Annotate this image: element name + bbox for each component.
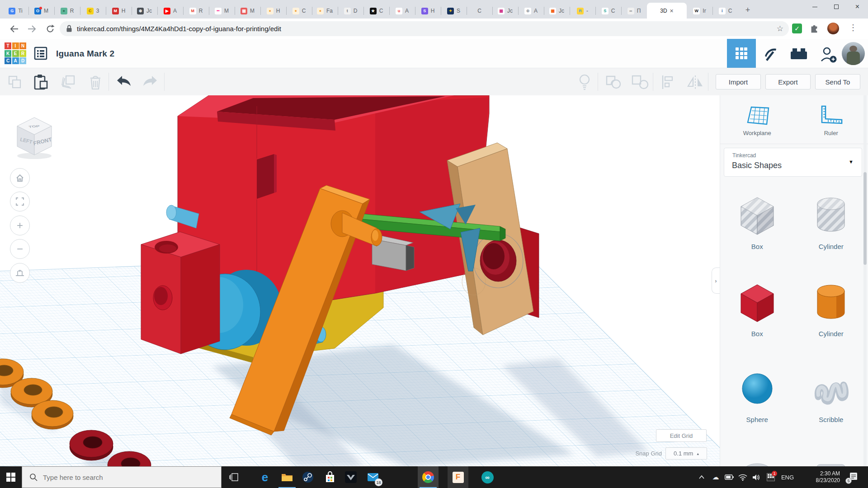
extensions-puzzle-icon[interactable] [809, 23, 819, 35]
browser-tab[interactable]: ★C [363, 3, 389, 19]
show-all-icon[interactable] [578, 74, 591, 93]
group-icon[interactable] [605, 75, 623, 92]
shape-partial[interactable] [794, 451, 868, 466]
copy-icon[interactable] [7, 75, 23, 92]
browser-tab-active[interactable]: 3D× [647, 3, 687, 19]
browser-tab[interactable]: ••M [209, 3, 235, 19]
delete-icon[interactable] [88, 74, 103, 93]
close-button[interactable]: × [847, 0, 868, 14]
ungroup-icon[interactable] [631, 75, 649, 92]
shape-box-hole[interactable]: Box [720, 192, 794, 250]
duplicate-icon[interactable] [60, 74, 77, 92]
browser-tab[interactable]: R- [570, 3, 595, 19]
shape-cylinder-solid[interactable]: Cylinder [794, 279, 868, 338]
fusion360-icon[interactable]: F [448, 466, 468, 488]
back-button[interactable] [6, 21, 22, 37]
tinkercad-logo[interactable]: TINKERCAD [5, 42, 26, 64]
browser-tab[interactable]: ▤M [235, 3, 260, 19]
predator-sense-icon[interactable] [340, 466, 361, 488]
browser-tab[interactable]: ∞Π [621, 3, 647, 19]
browser-tab[interactable]: ●C [286, 3, 312, 19]
fit-view-button[interactable] [10, 192, 30, 211]
design-properties-icon[interactable] [33, 46, 48, 62]
minimize-button[interactable] [804, 0, 826, 14]
battery-icon[interactable] [723, 466, 735, 488]
home-view-button[interactable] [10, 168, 30, 188]
mail-icon[interactable]: 18 [363, 466, 383, 488]
taskbar-clock[interactable]: 2:30 AM 8/23/2020 [816, 466, 840, 488]
browser-tab[interactable]: WIr [687, 3, 712, 19]
browser-tab[interactable]: ●Fa [312, 3, 338, 19]
panel-scrollbar-track[interactable] [863, 95, 867, 466]
browser-tab[interactable]: SC [595, 3, 621, 19]
adblock-extension-icon[interactable]: ✓ [792, 23, 802, 33]
hidden-icons-chevron[interactable] [696, 466, 707, 488]
steam-icon[interactable] [297, 466, 318, 488]
microsoft-store-icon[interactable] [320, 466, 340, 488]
forward-button[interactable] [24, 21, 40, 37]
send-to-button[interactable]: Send To [815, 74, 860, 89]
reload-button[interactable] [42, 21, 58, 37]
align-icon[interactable] [660, 75, 675, 92]
tab-close-icon[interactable]: × [670, 8, 674, 14]
paste-icon[interactable] [33, 74, 49, 93]
notification-center-icon[interactable]: 5 [845, 466, 862, 488]
tray-app-icon[interactable]: 1 [765, 466, 777, 488]
shape-library-dropdown[interactable]: Tinkercad Basic Shapes ▼ [724, 148, 862, 177]
task-view-button[interactable] [224, 466, 245, 488]
browser-profile-avatar[interactable] [827, 23, 839, 34]
browser-tab[interactable]: MH [106, 3, 132, 19]
3d-scene[interactable] [0, 95, 720, 466]
browser-tab[interactable]: C3 [80, 3, 106, 19]
shape-cylinder-hole[interactable]: Cylinder [794, 192, 868, 250]
start-button[interactable] [0, 466, 22, 488]
language-indicator[interactable]: ENG [778, 466, 797, 488]
model-red-cube[interactable] [141, 232, 220, 354]
lego-brick-icon[interactable] [789, 47, 808, 62]
edit-grid-button[interactable]: Edit Grid [656, 429, 707, 442]
file-explorer-icon[interactable] [277, 466, 297, 488]
shape-sphere[interactable]: Sphere [720, 365, 794, 423]
perspective-toggle-button[interactable] [10, 263, 30, 283]
panel-collapse-handle[interactable]: › [712, 267, 720, 294]
browser-tab[interactable]: ⊕A [518, 3, 544, 19]
panel-scrollbar-thumb[interactable] [863, 172, 867, 265]
edge-icon[interactable]: e [255, 466, 275, 488]
chrome-icon[interactable] [418, 466, 439, 488]
3d-viewport[interactable]: TOP LEFT FRONT + − Edit Grid Snap Grid 0 [0, 95, 720, 466]
browser-tab[interactable]: uA [389, 3, 415, 19]
browser-tab[interactable]: tD [338, 3, 363, 19]
zoom-in-button[interactable]: + [10, 216, 30, 235]
shape-box-solid[interactable]: Box [720, 279, 794, 338]
blocks-view-button[interactable] [727, 39, 756, 68]
add-user-icon[interactable] [819, 45, 837, 65]
import-button[interactable]: Import [716, 74, 761, 89]
browser-tab[interactable]: C [467, 3, 492, 19]
browser-tab[interactable]: OM [28, 3, 54, 19]
zoom-out-button[interactable]: − [10, 239, 30, 259]
design-title[interactable]: Iguana Mark 2 [56, 39, 114, 68]
arduino-icon[interactable]: ∞ [477, 466, 498, 488]
search-input[interactable] [43, 474, 192, 481]
browser-tab[interactable]: ▶A [157, 3, 183, 19]
view-cube[interactable]: TOP LEFT FRONT [11, 112, 58, 162]
workplane-tool[interactable]: Workplane [720, 104, 794, 136]
volume-icon[interactable] [750, 466, 762, 488]
onedrive-cloud-icon[interactable]: ☁ [710, 466, 722, 488]
browser-tab[interactable]: ●H [260, 3, 286, 19]
snap-grid-dropdown[interactable]: 0.1 mm ▴ [665, 447, 707, 460]
shape-partial[interactable] [720, 451, 794, 466]
export-button[interactable]: Export [765, 74, 811, 89]
user-avatar[interactable] [842, 42, 865, 65]
bookmark-star-icon[interactable]: ☆ [777, 24, 783, 33]
maximize-button[interactable] [826, 0, 847, 14]
mirror-icon[interactable] [686, 75, 704, 92]
browser-menu-icon[interactable]: ⋮ [849, 23, 857, 33]
taskbar-search[interactable] [22, 466, 222, 488]
shape-scribble[interactable]: Scribble [794, 365, 868, 423]
browser-tab[interactable]: iC [712, 3, 738, 19]
browser-tab[interactable]: ✦S [441, 3, 467, 19]
browser-tab[interactable]: GTi [3, 3, 28, 19]
browser-tab[interactable]: ●R [54, 3, 80, 19]
minecraft-pickaxe-icon[interactable] [761, 45, 778, 64]
